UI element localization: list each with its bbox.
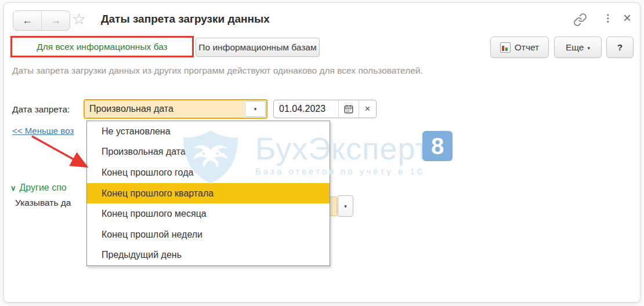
chevron-down-icon: ▾ [588,44,591,51]
more-menu-icon[interactable]: ⋮ [603,12,612,24]
dropdown-item[interactable]: Произвольная дата [87,142,330,163]
link-icon [573,13,587,27]
chevron-down-icon: ∨ [10,184,16,192]
date-input-group: 01.04.2023 × [273,100,377,118]
tab-per-infobase[interactable]: По информационным базам [196,38,320,57]
forward-button[interactable]: → [42,11,70,30]
combobox-dropdown-button[interactable]: ▾ [245,101,266,117]
other-ways-section-header[interactable]: ∨ Другие спо [10,183,67,193]
dropdown-item[interactable]: Конец прошлого года [87,162,330,183]
more-button[interactable]: Еще ▾ [554,37,602,58]
help-button[interactable]: ? [606,37,634,58]
prohibition-date-combobox[interactable]: Произвольная дата ▾ [84,99,267,119]
dropdown-item[interactable]: Предыдущий день [87,245,330,265]
back-button[interactable]: ← [13,11,42,30]
tab-all-infobases[interactable]: Для всех информационных баз [10,36,194,57]
less-options-link[interactable]: << Меньше воз [12,126,74,136]
description-text: Даты запрета загрузки данных из других п… [12,65,423,76]
dropdown-item[interactable]: Конец прошлой недели [87,224,330,245]
dropdown-item[interactable]: Не установлена [87,121,330,142]
dropdown-item-selected[interactable]: Конец прошлого квартала [87,183,330,204]
combobox-value[interactable]: Произвольная дата [85,100,244,118]
more-button-label: Еще [566,42,584,53]
date-variant-dropdown-list: Не установлена Произвольная дата Конец п… [86,121,330,266]
date-input[interactable]: 01.04.2023 [274,100,338,118]
report-button-label: Отчет [515,42,539,53]
favorite-star-icon[interactable]: ☆ [72,10,86,28]
watermark-badge: 8 [422,131,453,161]
calendar-button[interactable] [338,100,359,118]
nav-history-group: ← → [13,10,70,31]
window: ← → ☆ Даты запрета загрузки данных ⋮ × Д… [3,2,641,303]
report-button[interactable]: Отчет [490,37,549,58]
get-link-icon[interactable] [573,13,587,27]
clear-date-button[interactable]: × [359,100,376,118]
specify-date-label: Указывать да [15,198,71,208]
close-icon[interactable]: × [620,10,634,26]
annotation-arrow [27,132,94,173]
dropdown-item[interactable]: Конец прошлого месяца [87,203,330,224]
report-chart-icon [500,42,511,53]
calendar-icon [343,104,354,114]
other-ways-section-label: Другие спо [20,183,67,193]
date-field-label: Дата запрета: [12,104,70,115]
page-title: Даты запрета загрузки данных [101,13,270,26]
mini-combobox-dropdown-button[interactable]: ▾ [338,195,353,217]
